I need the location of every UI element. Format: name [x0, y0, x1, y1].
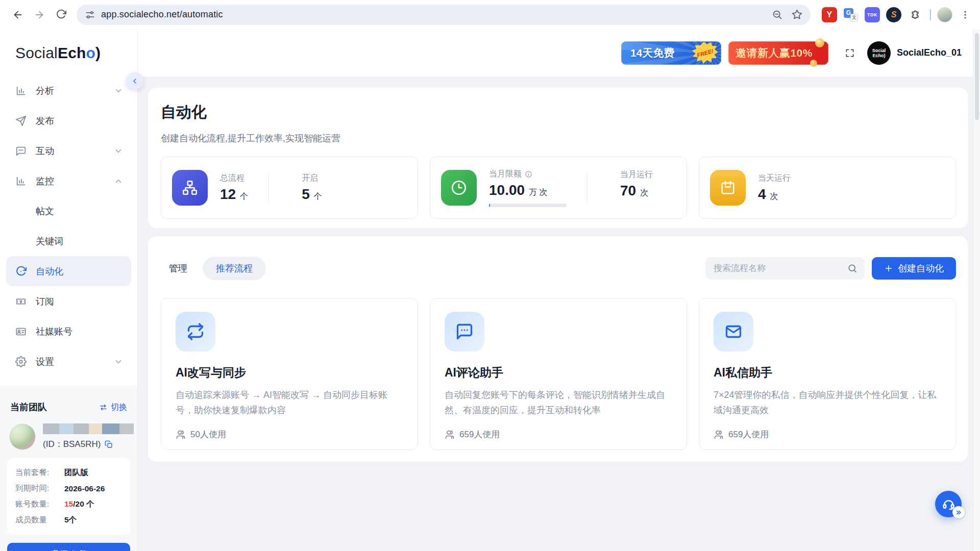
flow-card-rewrite-sync[interactable]: AI改写与同步 自动追踪来源账号 → AI智能改写 → 自动同步目标账号，助你快…: [161, 298, 418, 450]
divider: [268, 172, 269, 204]
zoom-out-icon[interactable]: [772, 9, 782, 20]
extension-tdk-icon[interactable]: TDK: [865, 7, 880, 22]
search-input[interactable]: [705, 257, 865, 280]
flow-card-comment-assistant[interactable]: AI评论助手 自动回复您账号下的每条评论，智能识别情绪并生成自然、有温度的回应，…: [430, 298, 687, 450]
users-icon: [176, 430, 186, 440]
chevron-down-icon: [114, 357, 123, 366]
sidebar-item-label: 社媒账号: [36, 325, 123, 338]
stat-value: 70: [620, 183, 636, 199]
fullscreen-button[interactable]: [840, 43, 860, 63]
sidebar-item-social-accounts[interactable]: 社媒账号: [6, 316, 131, 346]
trial-banner[interactable]: 14天免费 FREE!: [621, 41, 721, 65]
divider: [587, 172, 587, 204]
accounts-total: /20 个: [73, 499, 94, 508]
page-scrollbar[interactable]: [973, 29, 980, 551]
account-avatar[interactable]: Social Echo): [867, 41, 891, 65]
sidebar-item-monitoring[interactable]: 监控: [6, 166, 131, 196]
reload-button[interactable]: [51, 5, 70, 24]
sidebar-item-settings[interactable]: 设置: [6, 346, 131, 377]
sitemap-icon: [172, 170, 208, 206]
chevron-down-icon: [114, 86, 123, 95]
accounts-used: 15: [64, 499, 73, 508]
help-support-button[interactable]: [935, 491, 962, 517]
sidebar-item-automation[interactable]: 自动化: [6, 256, 131, 286]
browser-menu-icon[interactable]: [958, 7, 973, 22]
sidebar-item-analysis[interactable]: 分析: [6, 76, 131, 106]
copy-icon[interactable]: [105, 440, 113, 448]
browser-profile-avatar[interactable]: [937, 7, 952, 22]
create-automation-button[interactable]: 创建自动化: [872, 257, 956, 280]
calendar-icon: [710, 170, 746, 206]
plan-info-card: 当前套餐: 团队版 到期时间: 2026-06-26 账号数量: 15/20 个…: [7, 458, 130, 535]
address-bar[interactable]: app.socialecho.net/automatic: [77, 5, 811, 25]
ticket-icon: [15, 296, 27, 307]
sidebar-item-subscription[interactable]: 订阅: [6, 286, 131, 316]
sidebar-item-posts[interactable]: 帖文: [6, 196, 131, 226]
repeat-sync-icon: [176, 312, 215, 352]
flow-card-users: 659人使用: [728, 429, 769, 440]
sidebar-collapse-button[interactable]: [126, 72, 143, 90]
overview-panel: 自动化 创建自动化流程,提升工作效率,实现智能运营 总流程 12个 开启 5个: [148, 88, 968, 228]
stat-card-today: 当天运行 4次: [699, 157, 956, 219]
flow-card-title: AI改写与同步: [176, 365, 403, 381]
logo-text: Social: [15, 44, 58, 61]
coin-icon: [815, 38, 824, 47]
url-text[interactable]: app.socialecho.net/automatic: [101, 9, 763, 20]
chart-icon: [15, 85, 27, 96]
sidebar-item-publish[interactable]: 发布: [6, 106, 131, 136]
stat-card-quota: 当月限额 10.00万 次 当月运行 70次: [430, 157, 687, 219]
invite-banner[interactable]: 邀请新人赢10%: [728, 41, 828, 65]
team-name-redacted: [43, 423, 134, 434]
quota-progress-bar: [489, 204, 567, 207]
coin-icon: [810, 60, 817, 67]
flows-panel: 管理 推荐流程 创建自动化 AI改写与同步 自动追踪来源账号 → AI智能改写 …: [148, 236, 968, 462]
extension-y-icon[interactable]: Y: [822, 7, 837, 22]
sidebar-item-keywords[interactable]: 关键词: [6, 226, 131, 256]
extension-s-icon[interactable]: S: [886, 7, 901, 22]
translate-t: 文: [850, 14, 858, 21]
swap-icon: [99, 403, 108, 412]
sidebar-item-label: 关键词: [36, 235, 123, 247]
comment-dots-icon: [445, 312, 484, 352]
bookmark-star-icon[interactable]: [792, 9, 802, 20]
info-icon[interactable]: [525, 170, 532, 178]
switch-team-button[interactable]: 切换: [99, 402, 127, 413]
sidebar-item-label: 帖文: [36, 205, 123, 217]
flow-card-dm-assistant[interactable]: AI私信助手 7×24管理你的私信，自动响应并提供个性化回复，让私域沟通更高效 …: [699, 298, 956, 450]
stat-value: 12: [220, 186, 236, 203]
gear-icon: [15, 356, 27, 367]
team-id-text: (ID：BSA5RH): [43, 438, 101, 450]
search-icon[interactable]: [847, 263, 857, 273]
quota-progress-fill: [489, 204, 490, 207]
sidebar-item-label: 自动化: [36, 265, 123, 278]
extensions-puzzle-icon[interactable]: [908, 7, 923, 22]
fullscreen-icon: [845, 48, 855, 58]
sidebar-item-label: 监控: [36, 175, 114, 187]
upgrade-plan-button[interactable]: 升级套餐: [7, 543, 130, 551]
tab-manage[interactable]: 管理: [161, 257, 195, 280]
sync-rotate-icon: [15, 266, 27, 277]
stat-label: 当月限额: [489, 169, 522, 180]
stat-label: 总流程: [220, 173, 244, 184]
chevrons-right-icon[interactable]: [952, 506, 965, 518]
stat-value: 5: [302, 186, 310, 203]
chat-icon: [15, 145, 27, 157]
app-header: 14天免费 FREE! 邀请新人赢10% Social Echo) Social…: [138, 29, 973, 77]
sidebar-item-interaction[interactable]: 互动: [6, 136, 131, 166]
plan-value: 团队版: [64, 467, 88, 478]
sidebar-item-label: 设置: [36, 356, 114, 368]
tab-recommended[interactable]: 推荐流程: [203, 257, 266, 280]
plan-row: 当前套餐: 团队版: [15, 465, 122, 481]
page-subtitle: 创建自动化流程,提升工作效率,实现智能运营: [161, 132, 956, 144]
page-title: 自动化: [161, 102, 956, 123]
site-settings-icon[interactable]: [85, 10, 95, 20]
back-button[interactable]: [8, 5, 28, 24]
account-username: SocialEcho_01: [897, 47, 962, 58]
stat-value: 4: [758, 186, 766, 203]
extension-translate-icon[interactable]: G 文: [843, 7, 859, 22]
free-badge: FREE!: [691, 40, 719, 65]
scrollbar-thumb[interactable]: [975, 33, 979, 120]
clock-icon: [441, 170, 477, 206]
forward-button[interactable]: [30, 5, 49, 24]
stat-label: 当月运行: [620, 169, 653, 180]
